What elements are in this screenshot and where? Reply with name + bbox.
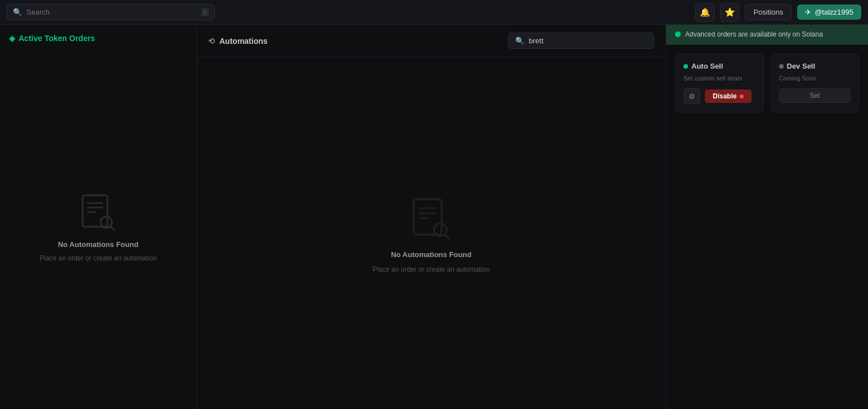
slash-key: /: [201, 8, 209, 16]
left-empty-state: No Automations Found Place an order or c…: [0, 52, 196, 400]
center-empty-state: No Automations Found Place an order or c…: [197, 57, 665, 409]
auto-sell-disable-button[interactable]: Disable: [705, 89, 752, 103]
automations-search-icon: 🔍: [515, 37, 524, 45]
advanced-banner: Advanced orders are available only on So…: [666, 25, 868, 44]
dev-sell-set-button[interactable]: Set: [779, 88, 851, 103]
left-empty-title: No Automations Found: [58, 240, 138, 249]
panel-title: ◈ Active Token Orders: [0, 34, 196, 52]
left-empty-icon: [76, 190, 121, 235]
auto-sell-card: Auto Sell Set custom sell strats ⚙ Disab…: [675, 53, 764, 113]
banner-dot: [675, 32, 681, 37]
svg-line-11: [444, 234, 449, 239]
top-nav: 🔍 / 🔔 ⭐ Positions ✈ @talzz1995: [0, 0, 868, 25]
search-bar[interactable]: 🔍 /: [7, 4, 215, 20]
right-cards: Auto Sell Set custom sell strats ⚙ Disab…: [666, 44, 868, 122]
active-orders-icon: ◈: [9, 34, 15, 43]
automations-search-wrapper[interactable]: 🔍: [508, 33, 654, 49]
positions-button[interactable]: Positions: [745, 4, 791, 20]
automations-search-input[interactable]: [529, 37, 647, 45]
center-panel: ⟲ Automations 🔍 No Automations Found Pla…: [197, 25, 665, 409]
search-input[interactable]: [26, 8, 197, 16]
auto-sell-title: Auto Sell: [691, 62, 723, 70]
notifications-button[interactable]: 🔔: [695, 3, 714, 22]
center-empty-icon: [406, 193, 457, 244]
disable-label: Disable: [713, 92, 737, 100]
right-panel: Advanced orders are available only on So…: [665, 25, 868, 409]
left-empty-sub: Place an order or create an automation: [39, 254, 156, 262]
svg-rect-6: [413, 199, 442, 235]
dev-sell-dot: [779, 64, 784, 69]
banner-text: Advanced orders are available only on So…: [685, 30, 823, 38]
auto-sell-header: Auto Sell: [683, 62, 755, 70]
automations-title: ⟲ Automations: [208, 37, 268, 46]
panel-title-text: Active Token Orders: [19, 34, 95, 43]
left-panel: ◈ Active Token Orders No Automations Fou…: [0, 25, 197, 409]
favorites-button[interactable]: ⭐: [720, 3, 739, 22]
automations-title-text: Automations: [219, 37, 268, 46]
dev-sell-title: Dev Sell: [787, 62, 816, 70]
telegram-icon: ✈: [805, 8, 811, 16]
center-empty-sub: Place an order or create an automation: [372, 266, 489, 273]
nav-right: 🔔 ⭐ Positions ✈ @talzz1995: [695, 3, 861, 22]
dev-sell-actions: Set: [779, 88, 851, 103]
svg-line-5: [110, 226, 114, 230]
automations-header: ⟲ Automations 🔍: [197, 25, 665, 57]
center-empty-title: No Automations Found: [391, 250, 471, 259]
dev-sell-header: Dev Sell: [779, 62, 851, 70]
auto-sell-dot: [683, 64, 688, 69]
disable-dot: [740, 95, 744, 98]
svg-rect-0: [83, 195, 107, 227]
automations-icon: ⟲: [208, 37, 215, 46]
main-layout: ◈ Active Token Orders No Automations Fou…: [0, 25, 868, 409]
search-icon: 🔍: [13, 8, 22, 16]
auto-sell-subtitle: Set custom sell strats: [683, 75, 755, 82]
auto-sell-gear-button[interactable]: ⚙: [683, 88, 700, 104]
dev-sell-coming-soon: Coming Soon: [779, 75, 851, 82]
auto-sell-actions: ⚙ Disable: [683, 88, 755, 104]
telegram-button[interactable]: ✈ @talzz1995: [797, 5, 861, 20]
dev-sell-card: Dev Sell Coming Soon Set: [771, 53, 860, 113]
